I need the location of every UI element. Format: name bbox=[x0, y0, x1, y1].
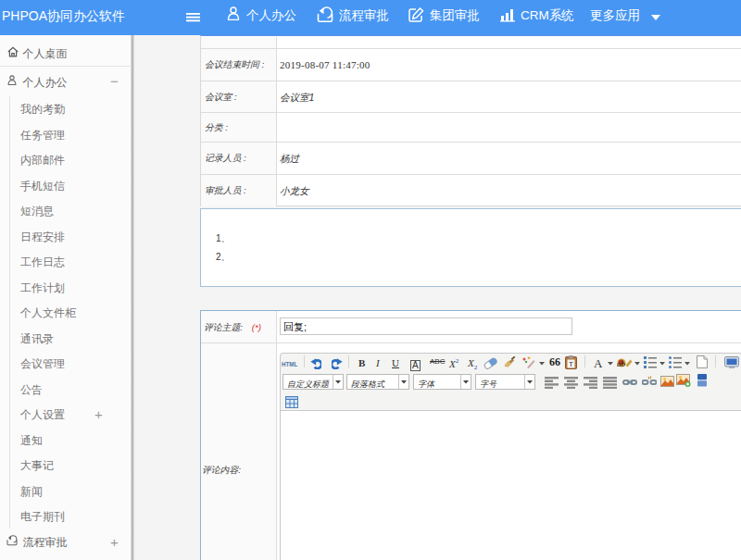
svg-text:T: T bbox=[569, 360, 573, 368]
svg-text:ab: ab bbox=[617, 359, 626, 368]
